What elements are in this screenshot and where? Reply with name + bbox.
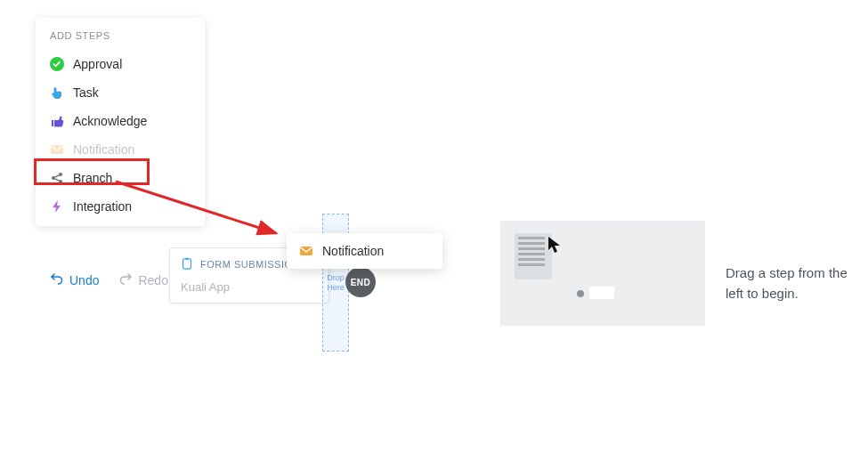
redo-label: Redo [138, 273, 167, 287]
pointer-icon [50, 85, 64, 100]
form-card-title: FORM SUBMISSION [200, 259, 300, 270]
add-steps-panel: ADD STEPS Approval Task Acknowledge Noti… [36, 18, 205, 226]
step-item-acknowledge[interactable]: Acknowledge [36, 107, 205, 135]
placeholder-illustration [500, 221, 705, 326]
bar-shape [589, 287, 614, 299]
step-label: Acknowledge [73, 114, 147, 128]
step-label: Integration [73, 199, 132, 214]
dot-shape [577, 290, 584, 297]
bolt-icon [50, 199, 64, 214]
svg-rect-7 [185, 258, 189, 260]
drag-chip-label: Notification [322, 244, 384, 258]
undo-icon [50, 271, 64, 288]
add-steps-header: ADD STEPS [36, 30, 205, 50]
share-icon [50, 171, 64, 185]
undo-redo-bar: Undo Redo [50, 271, 168, 288]
help-text: Drag a step from the left to begin. [726, 263, 859, 303]
drop-zone-text: Here [327, 283, 345, 293]
drop-zone-text: Drop [327, 273, 345, 283]
clipboard-icon [181, 257, 193, 271]
mail-icon [50, 142, 64, 157]
step-item-task[interactable]: Task [36, 78, 205, 107]
step-label: Approval [73, 57, 122, 71]
step-item-integration[interactable]: Integration [36, 192, 205, 221]
dragged-step-chip[interactable]: Notification [287, 233, 442, 269]
doc-lines [518, 237, 545, 269]
step-label: Notification [73, 142, 134, 157]
form-card-body: Kuali App [181, 280, 318, 294]
step-label: Branch [73, 171, 112, 185]
step-item-notification[interactable]: Notification [36, 135, 205, 164]
redo-icon [118, 271, 133, 288]
step-label: Task [73, 85, 99, 100]
undo-label: Undo [69, 273, 99, 287]
cursor-icon [547, 235, 564, 258]
mail-icon [299, 244, 313, 258]
svg-rect-6 [183, 259, 191, 269]
undo-button[interactable]: Undo [50, 271, 99, 288]
check-circle-icon [50, 57, 64, 71]
redo-button[interactable]: Redo [118, 271, 167, 288]
step-item-branch[interactable]: Branch [36, 164, 205, 192]
step-item-approval[interactable]: Approval [36, 50, 205, 78]
thumbs-up-icon [50, 114, 64, 128]
end-badge: END [345, 267, 376, 297]
